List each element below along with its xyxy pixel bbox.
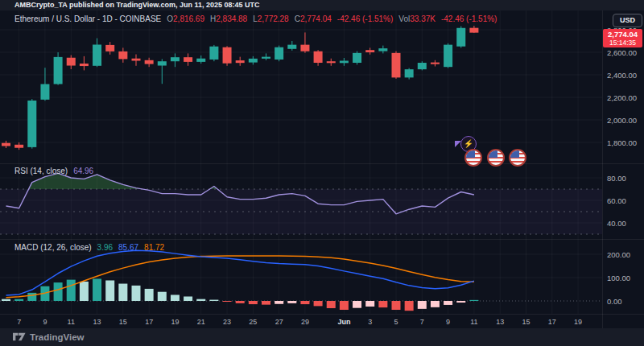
time-tick-label: 11: [68, 318, 75, 326]
ohlc-open: O2,816.69: [167, 14, 204, 23]
ohlc-high: H2,834.88: [210, 14, 247, 23]
scale-tick-label: 2,400.00: [607, 71, 637, 80]
time-tick-label: 11: [470, 318, 477, 326]
chart-area: Ethereum / U.S. Dollar - 1D - COINBASE O…: [0, 10, 644, 328]
ohlc-close: C2,774.04: [295, 14, 332, 23]
change-value: -42.46 (-1.51%): [337, 14, 393, 23]
us-flag-icon: [489, 150, 497, 158]
rsi-legend: RSI (14, close) 64.96: [14, 167, 93, 175]
time-tick-label: 7: [17, 318, 21, 326]
time-tick-label: 13: [496, 318, 504, 326]
us-flag-icon: [510, 150, 519, 158]
time-tick-label: 5: [394, 318, 398, 326]
scale-tick-label: 1,800.00: [607, 138, 637, 147]
attribution-bar: AMBCrypto_TA published on TradingView.co…: [0, 0, 644, 10]
volume-change-value: -42.46 (-1.51%): [441, 14, 497, 23]
macd-histogram-value: 3.96: [97, 243, 113, 252]
macd-line-value: 85.67: [118, 243, 138, 252]
macd-line: [6, 250, 474, 295]
scale-tick-label: 2,000.00: [607, 116, 637, 125]
scale-tick-label: 2,600.00: [607, 48, 637, 57]
tradingview-snapshot: AMBCrypto_TA published on TradingView.co…: [0, 0, 644, 346]
macd-legend: MACD (12, 26, close) 3.96 85.67 81.72: [14, 243, 164, 252]
symbol-title[interactable]: Ethereum / U.S. Dollar - 1D - COINBASE: [14, 14, 161, 23]
flag-reaction-sticker[interactable]: [487, 149, 505, 167]
close-label: C: [295, 14, 300, 23]
time-tick-label: 27: [275, 318, 283, 326]
time-tick-label: 9: [43, 318, 47, 326]
us-flag-icon: [466, 150, 475, 158]
time-tick-label: 7: [420, 318, 424, 326]
candles: [2, 26, 478, 150]
volume-label: Vol: [398, 14, 410, 23]
low-value: 2,772.28: [258, 14, 289, 23]
lightning-icon: ⚡: [464, 139, 473, 148]
time-tick-label: 19: [574, 318, 582, 326]
time-tick-label: 3: [368, 318, 372, 326]
macd-signal-value: 81.72: [144, 243, 164, 252]
scale-tick-label: 0.00: [607, 297, 622, 306]
attribution-text: AMBCrypto_TA published on TradingView.co…: [14, 1, 260, 9]
time-tick-label: Jun: [337, 318, 350, 326]
currency-toggle-button[interactable]: USD: [613, 14, 642, 27]
tradingview-wordmark: TradingView: [30, 332, 85, 342]
time-axis[interactable]: 7911131517192123252729Jun35791113151719: [0, 314, 602, 328]
scale-tick-label: 80.00: [607, 174, 626, 183]
scale-tick-label: 2,200.00: [607, 93, 637, 102]
flag-reaction-sticker[interactable]: [464, 149, 482, 167]
time-tick-label: 25: [249, 318, 257, 326]
price-scale[interactable]: USD 2,800.002,600.002,400.002,200.002,00…: [602, 10, 644, 328]
flag-reaction-sticker[interactable]: [509, 149, 526, 167]
scale-tick-label: 40.00: [607, 219, 626, 228]
scale-tick-label: 200.00: [607, 250, 630, 259]
macd-histogram: [2, 278, 478, 311]
time-tick-label: 23: [223, 318, 231, 326]
time-tick-label: 17: [548, 318, 556, 326]
macd-title[interactable]: MACD (12, 26, close): [14, 243, 92, 252]
volume: Vol33.37K: [398, 14, 436, 23]
volume-value: 33.37K: [410, 14, 436, 23]
panel-separator[interactable]: [0, 239, 644, 240]
tradingview-mark-icon: [13, 332, 26, 342]
time-tick-label: 15: [522, 318, 530, 326]
scale-tick-label: 100.00: [607, 274, 630, 282]
close-value: 2,774.04: [300, 14, 332, 23]
footer-bar: TradingView: [0, 328, 644, 346]
high-value: 2,834.88: [216, 14, 247, 23]
bar-countdown: 15:14:35: [603, 39, 642, 47]
symbol-legend: Ethereum / U.S. Dollar - 1D - COINBASE O…: [14, 14, 497, 23]
signal-line: [6, 256, 474, 298]
rsi-value: 64.96: [73, 167, 93, 175]
last-price-value: 2,774.04: [603, 30, 642, 39]
ohlc-low: L2,772.28: [253, 14, 289, 23]
last-price-label: 2,774.04 15:14:35: [603, 29, 642, 47]
time-tick-label: 29: [301, 318, 309, 326]
open-value: 2,816.69: [173, 14, 204, 23]
time-tick-label: 17: [145, 318, 153, 326]
time-tick-label: 21: [197, 318, 205, 326]
tradingview-logo[interactable]: TradingView: [13, 332, 85, 342]
rsi-title[interactable]: RSI (14, close): [14, 167, 68, 175]
open-label: O: [167, 14, 173, 23]
time-tick-label: 19: [171, 318, 179, 326]
time-tick-label: 15: [119, 318, 127, 326]
time-tick-label: 9: [446, 318, 450, 326]
panel-separator[interactable]: [0, 163, 644, 164]
time-tick-label: 13: [93, 318, 101, 326]
scale-tick-label: 60.00: [607, 196, 626, 205]
